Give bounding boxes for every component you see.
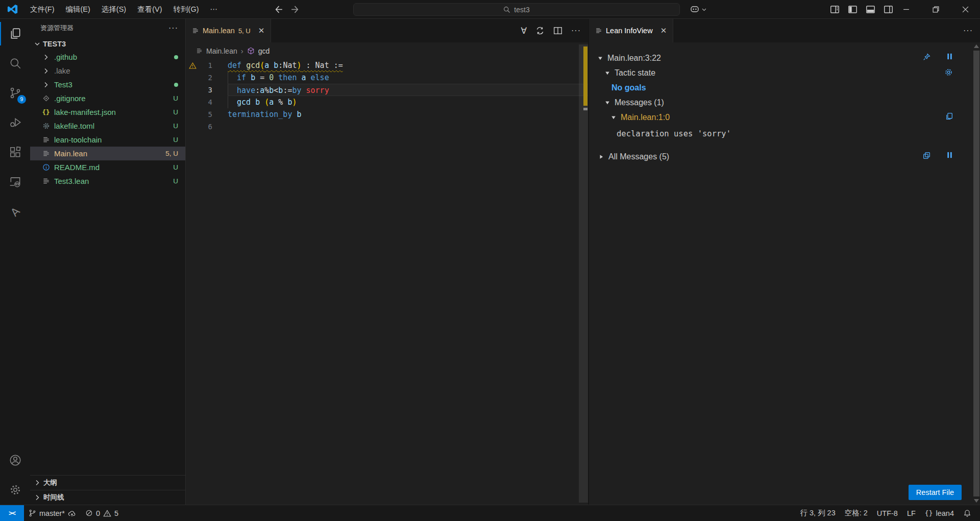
git-branch-item[interactable]: master* (24, 505, 81, 521)
messages-header[interactable]: Messages (1) (615, 98, 664, 107)
close-window-button[interactable] (950, 0, 980, 18)
toggle-panel-icon[interactable] (866, 5, 875, 14)
line-number: 5 (199, 108, 212, 121)
tactic-state-header[interactable]: Tactic state (615, 68, 655, 78)
menu-查看(V)[interactable]: 查看(V) (132, 3, 167, 16)
tab-close-icon[interactable]: ✕ (660, 26, 667, 35)
back-arrow-icon[interactable] (275, 5, 283, 14)
menu-选择(S)[interactable]: 选择(S) (96, 3, 132, 16)
expand-arrow-icon[interactable] (598, 154, 604, 159)
code-line-4[interactable]: 4 gcd b (a % b) (186, 96, 588, 108)
sidebar-section-大纲[interactable]: 大纲 (30, 475, 185, 490)
minimize-button[interactable] (891, 0, 921, 18)
code-editor[interactable]: 1 def gcd(a b:Nat) : Nat := 2 if b = 0 t… (186, 59, 588, 133)
file-item-.github[interactable]: .github (30, 50, 185, 64)
activity-source-control-icon[interactable]: 9 (0, 78, 30, 108)
settings-gear-icon[interactable] (944, 67, 953, 77)
sidebar-section-时间线[interactable]: 时间线 (30, 490, 185, 505)
code-line-5[interactable]: 5 termination_by b (186, 108, 588, 121)
status-空格: 2[interactable]: 空格: 2 (840, 505, 872, 521)
file-item-Test3.lean[interactable]: Test3.leanU (30, 174, 185, 188)
explorer-more-actions-icon[interactable]: ··· (168, 23, 178, 33)
menu-⋯[interactable]: ⋯ (204, 3, 223, 16)
status-braces[interactable]: {}lean4 (920, 505, 959, 521)
collapse-arrow-icon[interactable] (604, 100, 610, 105)
activity-remote-icon[interactable] (0, 167, 30, 197)
file-item-.gitignore[interactable]: .gitignoreU (30, 91, 185, 105)
file-type-icon: {} (41, 108, 51, 117)
restore-button[interactable] (921, 0, 950, 18)
status-UTF-8[interactable]: UTF-8 (872, 505, 902, 521)
code-line-1[interactable]: 1 def gcd(a b:Nat) : Nat := (186, 59, 588, 72)
message-location[interactable]: Main.lean:1:0 (621, 113, 670, 122)
all-messages-header[interactable]: All Messages (5) (608, 152, 669, 161)
restart-file-button[interactable]: Restart File (909, 485, 962, 500)
menu-文件(F)[interactable]: 文件(F) (24, 3, 60, 16)
command-center-search[interactable]: test3 (353, 3, 680, 16)
file-item-lakefile.toml[interactable]: lakefile.tomlU (30, 119, 185, 133)
code-line-6[interactable]: 6 (186, 121, 588, 133)
problems-item[interactable]: 0 5 (81, 505, 123, 521)
editor-more-actions-icon[interactable]: ··· (571, 26, 581, 35)
file-icon (192, 27, 199, 34)
activity-account-icon[interactable] (0, 445, 30, 475)
activity-extensions-icon[interactable] (0, 137, 30, 167)
workspace-root-folder[interactable]: TEST3 (30, 37, 185, 50)
file-item-lean-toolchain[interactable]: lean-toolchainU (30, 133, 185, 147)
activity-search-icon[interactable] (0, 49, 30, 78)
status-LF[interactable]: LF (902, 505, 920, 521)
panel-scrollbar[interactable] (973, 42, 980, 505)
publish-changes-icon (68, 509, 76, 517)
sync-changes-icon[interactable] (535, 26, 545, 35)
editor-scrollbar[interactable] (579, 42, 588, 505)
git-branch-icon (29, 509, 36, 517)
glyph-margin (186, 84, 199, 96)
activity-files-icon[interactable] (0, 19, 30, 49)
toggle-sidebar-icon[interactable] (848, 5, 857, 14)
collapse-arrow-icon[interactable] (597, 56, 603, 61)
chevron-right-icon (41, 53, 51, 62)
menu-编辑(E)[interactable]: 编辑(E) (60, 3, 96, 16)
copy-all-messages-icon[interactable] (922, 151, 931, 160)
explorer-sidebar: 资源管理器 ··· TEST3 .github .lake Test3 .git… (30, 19, 186, 505)
breadcrumb[interactable]: Main.lean › gcd (186, 42, 588, 59)
file-item-.lake[interactable]: .lake (30, 64, 185, 78)
pin-icon[interactable] (922, 53, 931, 61)
tab-close-icon[interactable]: ✕ (258, 26, 265, 35)
breadcrumb-file[interactable]: Main.lean (206, 47, 237, 55)
remote-indicator[interactable]: >< (0, 505, 24, 521)
git-status-badge: U (173, 122, 178, 130)
status-行 3, 列 23[interactable]: 行 3, 列 23 (795, 505, 840, 521)
git-status-dot (174, 83, 178, 87)
collapse-arrow-icon[interactable] (604, 70, 610, 76)
split-editor-icon[interactable] (553, 26, 562, 35)
breadcrumb-symbol[interactable]: gcd (258, 47, 270, 55)
lean-infoview-panel: Lean InfoView ✕ ··· Main.lean:3:22 Tacti… (588, 19, 980, 505)
copy-to-comment-icon[interactable] (945, 112, 953, 121)
overview-cursor-marker (583, 108, 587, 110)
status-bell[interactable] (959, 505, 976, 521)
copilot-menu[interactable] (690, 0, 707, 18)
activity-settings-icon[interactable] (0, 475, 30, 505)
code-line-3[interactable]: 3 have:a%b<b:=by sorry (186, 84, 588, 96)
menu-转到(G)[interactable]: 转到(G) (168, 3, 205, 16)
customize-layout-icon[interactable] (830, 5, 840, 14)
activity-lean-icon[interactable]: ∀ (0, 197, 30, 226)
panel-more-actions-icon[interactable]: ··· (963, 26, 973, 35)
tab-lean-infoview[interactable]: Lean InfoView ✕ (589, 19, 673, 42)
file-item-Main.lean[interactable]: Main.lean5, U (30, 147, 185, 160)
code-line-2[interactable]: 2 if b = 0 then a else (186, 72, 588, 84)
lean-forall-action-icon[interactable]: ∀ (521, 26, 527, 36)
line-number: 1 (199, 59, 212, 72)
cursor-position-header[interactable]: Main.lean:3:22 (607, 54, 661, 63)
forward-arrow-icon[interactable] (290, 5, 299, 14)
file-item-lake-manifest.json[interactable]: {} lake-manifest.jsonU (30, 105, 185, 119)
scroll-up-arrow-icon (974, 44, 979, 48)
pause-all-messages-icon[interactable] (946, 151, 953, 159)
activity-debug-icon[interactable] (0, 108, 30, 137)
file-item-README.md[interactable]: README.mdU (30, 160, 185, 174)
tab-main-lean[interactable]: Main.lean 5, U ✕ (186, 19, 271, 42)
collapse-arrow-icon[interactable] (610, 115, 617, 120)
file-item-Test3[interactable]: Test3 (30, 78, 185, 91)
pause-updates-icon[interactable] (946, 53, 953, 60)
